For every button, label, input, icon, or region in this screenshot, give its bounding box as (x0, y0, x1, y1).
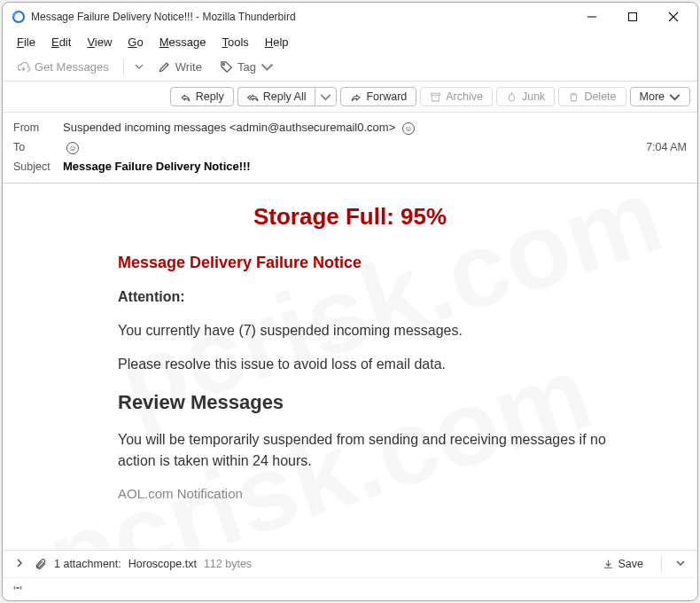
save-dropdown[interactable] (673, 556, 688, 572)
titlebar: Message Failure Delivery Notice!!! - Moz… (3, 3, 697, 31)
menu-file[interactable]: File (10, 33, 43, 51)
paperclip-icon (35, 558, 47, 570)
body-text: Attention: You currently have (7) suspen… (118, 286, 635, 505)
contact-icon[interactable]: ☺ (402, 122, 415, 135)
reply-all-button[interactable]: Reply All (237, 87, 315, 106)
menubar: File Edit View Go Message Tools Help (3, 31, 697, 53)
write-button[interactable]: Write (151, 57, 209, 77)
close-button[interactable] (653, 4, 694, 30)
junk-button[interactable]: Junk (496, 87, 555, 106)
attachment-count: 1 attachment: (54, 558, 121, 570)
app-icon (12, 10, 26, 24)
from-label: From (13, 121, 56, 134)
body-line: Please resolve this issue to avoid loss … (118, 354, 635, 375)
minimize-button[interactable] (572, 4, 612, 30)
main-toolbar: Get Messages Write Tag (3, 53, 697, 82)
reply-button[interactable]: Reply (170, 87, 234, 106)
notice-heading: Message Delivery Failure Notice (118, 254, 635, 272)
menu-tools[interactable]: Tools (214, 33, 255, 51)
more-button[interactable]: More (630, 87, 690, 106)
reply-all-icon (247, 91, 259, 103)
email-headers: From Suspended incoming messages <admin@… (3, 113, 697, 184)
separator (661, 556, 662, 572)
attachment-expand[interactable] (12, 556, 27, 572)
storage-heading: Storage Full: 95% (29, 203, 671, 231)
contact-icon[interactable]: ☺ (66, 142, 79, 154)
download-icon (603, 559, 614, 570)
reply-all-group: Reply All (237, 87, 338, 106)
to-value: ☺ (63, 140, 639, 154)
attention-label: Attention: (118, 286, 635, 308)
svg-rect-6 (432, 93, 440, 95)
save-attachment-button[interactable]: Save (595, 556, 651, 572)
tag-label: Tag (237, 60, 256, 74)
menu-edit[interactable]: Edit (44, 33, 78, 51)
archive-icon (430, 91, 441, 103)
chevron-down-icon (320, 91, 331, 103)
email-time: 7:04 AM (646, 141, 687, 153)
forward-button[interactable]: Forward (340, 87, 416, 106)
menu-message[interactable]: Message (152, 33, 214, 51)
get-messages-button[interactable]: Get Messages (10, 57, 116, 77)
chevron-down-icon (669, 91, 681, 103)
svg-point-5 (222, 63, 224, 65)
attachment-bar: 1 attachment: Horoscope.txt 112 bytes Sa… (3, 550, 697, 577)
get-messages-label: Get Messages (35, 60, 109, 74)
reply-all-dropdown[interactable] (315, 87, 337, 106)
menu-view[interactable]: View (80, 33, 119, 51)
review-heading: Review Messages (118, 388, 635, 417)
message-actions-toolbar: Reply Reply All Forward Archive Junk Del… (3, 82, 697, 113)
cloud-download-icon (17, 60, 30, 74)
from-value: Suspended incoming messages <admin@auths… (63, 121, 687, 135)
reply-icon (180, 91, 191, 103)
to-label: To (13, 141, 56, 153)
get-messages-dropdown[interactable] (131, 59, 147, 75)
attachment-size: 112 bytes (204, 558, 252, 570)
flame-icon (506, 91, 517, 103)
separator (123, 59, 124, 75)
menu-go[interactable]: Go (121, 33, 150, 51)
svg-rect-2 (629, 13, 637, 21)
maximize-button[interactable] (612, 4, 653, 30)
body-footer: AOL.com Notification (118, 484, 635, 505)
tag-icon (220, 60, 233, 74)
svg-point-7 (17, 587, 18, 588)
window-title: Message Failure Delivery Notice!!! - Moz… (31, 11, 572, 23)
subject-label: Subject (13, 161, 56, 173)
email-body: pcrisk.com pcrisk.com Storage Full: 95% … (3, 184, 697, 550)
forward-icon (350, 91, 362, 103)
body-line: You will be temporarily suspended from s… (118, 429, 635, 472)
archive-button[interactable]: Archive (420, 87, 493, 106)
menu-help[interactable]: Help (258, 33, 296, 51)
broadcast-icon[interactable] (12, 582, 24, 594)
statusbar (3, 577, 697, 600)
window-controls (572, 4, 694, 30)
pencil-icon (158, 60, 171, 74)
tag-button[interactable]: Tag (213, 57, 281, 77)
write-label: Write (175, 60, 202, 74)
chevron-down-icon (261, 60, 274, 74)
body-line: You currently have (7) suspended incomin… (118, 320, 635, 341)
subject-value: Message Failure Delivery Notice!!! (63, 160, 687, 173)
trash-icon (568, 91, 579, 103)
attachment-name[interactable]: Horoscope.txt (128, 558, 197, 570)
delete-button[interactable]: Delete (558, 87, 626, 106)
